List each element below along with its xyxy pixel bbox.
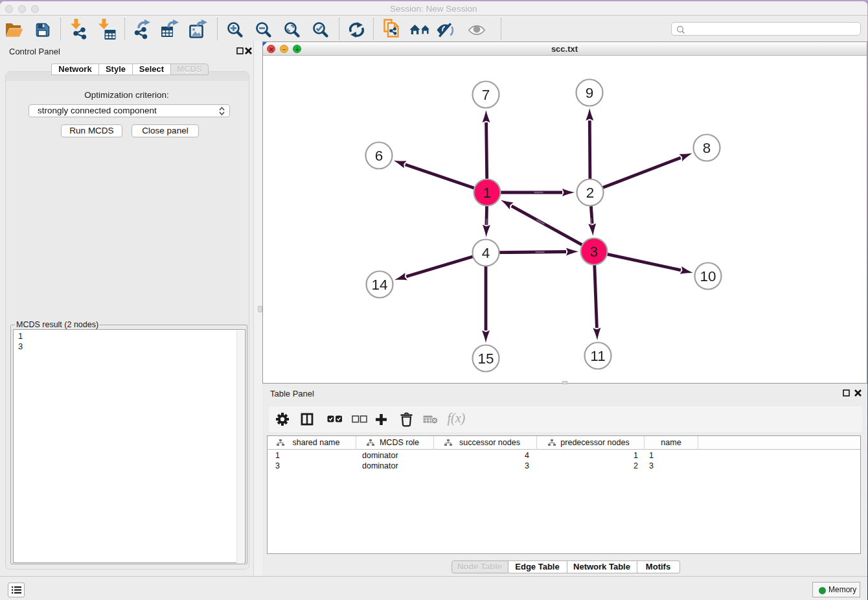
svg-text:6: 6 (374, 148, 383, 164)
svg-text:8: 8 (702, 140, 711, 156)
svg-text:14: 14 (371, 277, 387, 293)
svg-text:15: 15 (477, 351, 494, 367)
svg-text:11: 11 (590, 348, 605, 364)
svg-text:10: 10 (700, 268, 716, 284)
svg-text:3: 3 (589, 244, 598, 260)
svg-text:9: 9 (585, 85, 593, 101)
svg-text:2: 2 (586, 185, 594, 201)
svg-text:4: 4 (481, 245, 490, 261)
svg-text:7: 7 (481, 87, 490, 103)
svg-text:1: 1 (483, 185, 491, 201)
